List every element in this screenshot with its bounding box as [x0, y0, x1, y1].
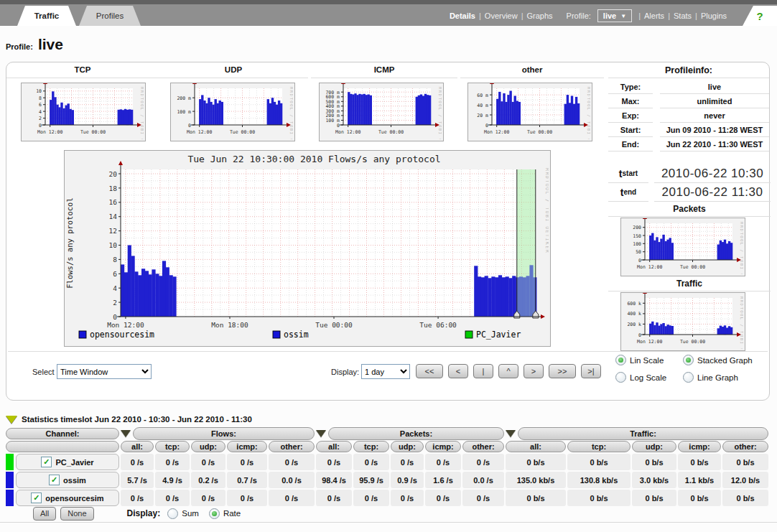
svg-text:Mon 12:00: Mon 12:00 — [637, 339, 662, 345]
collapse-arrow-icon[interactable] — [6, 416, 17, 424]
svg-text:Flows/s any protocol: Flows/s any protocol — [65, 197, 74, 288]
stat-value: 0 b/s — [506, 490, 566, 506]
profileinfo-label: Start: — [608, 123, 653, 137]
svg-text:20 m: 20 m — [477, 113, 488, 118]
svg-text:opensourcesim: opensourcesim — [90, 330, 154, 340]
all-button[interactable]: All — [33, 507, 56, 521]
svg-text:ossim: ossim — [284, 330, 309, 340]
nav-link-stats[interactable]: Stats — [674, 11, 692, 20]
svg-text:0: 0 — [638, 332, 641, 338]
svg-text:Tue 00:00: Tue 00:00 — [680, 339, 705, 345]
footer-divider — [0, 522, 777, 523]
udp-mini-graph[interactable]: 0100 m200 mMon 12:00Tue 00:00RRDTOOL / T… — [170, 83, 295, 141]
channel-checkbox[interactable]: ✓ — [41, 457, 52, 467]
display-range-select[interactable]: 1 day — [361, 364, 410, 379]
tend-label: tend — [608, 183, 648, 202]
svg-text:0: 0 — [638, 258, 641, 263]
graph-nav-button-1[interactable]: < — [448, 364, 468, 378]
svg-text:8: 8 — [113, 256, 117, 263]
group-header-label: Packets: — [328, 427, 504, 440]
channel-color-swatch — [6, 454, 14, 470]
graph-nav-buttons: <<<|^>>>>| — [416, 364, 601, 378]
graph-nav-button-6[interactable]: >| — [581, 364, 601, 378]
radio-graph-stacked-graph[interactable]: Stacked Graph — [683, 355, 753, 365]
separator: | — [668, 11, 670, 20]
graph-nav-button-5[interactable]: >> — [549, 364, 576, 378]
svg-text:10: 10 — [109, 241, 118, 249]
radio-icon — [167, 508, 178, 519]
stat-value: 0 /s — [353, 454, 389, 470]
profile-dropdown[interactable]: live ▼ — [597, 9, 632, 22]
tab-profiles[interactable]: Profiles — [79, 6, 141, 26]
radio-display-rate[interactable]: Rate — [209, 508, 241, 519]
sort-arrow-icon[interactable] — [506, 430, 516, 437]
tab-profiles-label: Profiles — [96, 11, 124, 20]
none-button[interactable]: None — [60, 507, 93, 521]
svg-text:Mon 12:00: Mon 12:00 — [335, 129, 360, 135]
radio-scale-lin-scale[interactable]: Lin Scale — [615, 355, 666, 365]
nfsen-page: Traffic Profiles Details|Overview|Graphs… — [0, 0, 777, 532]
profileinfo-value: never — [660, 108, 769, 123]
subcol-header-icmp: icmp: — [227, 441, 267, 452]
radio-icon — [683, 372, 694, 383]
stat-value: 1.1 kb/s — [678, 472, 721, 488]
sort-arrow-icon[interactable] — [121, 430, 131, 437]
channel-name: ossim — [63, 476, 86, 485]
radio-display-sum[interactable]: Sum — [167, 508, 199, 519]
tend-row: tend 2010-06-22 11:30 — [608, 183, 771, 202]
subcol-header-all: all: — [316, 441, 352, 452]
subcol-header-all: all: — [121, 441, 154, 452]
packets-mini-graph[interactable]: 050100150200Mon 12:00Tue 00:00RRDTOOL / … — [620, 218, 745, 276]
radio-icon — [209, 508, 220, 519]
nav-link-plugins[interactable]: Plugins — [701, 11, 727, 20]
stat-value: 95.9 /s — [353, 472, 389, 488]
icmp-mini-graph[interactable]: 0100 m200 m300 m400 m500 m600 m700 mMon … — [319, 83, 444, 141]
top-nav-bar: Traffic Profiles Details|Overview|Graphs… — [0, 0, 777, 26]
channel-checkbox[interactable]: ✓ — [31, 493, 42, 503]
traffic-mini-graph[interactable]: 0200 k400 k600 kMon 12:00Tue 00:00RRDTOO… — [620, 292, 745, 351]
stat-value: 0 /s — [462, 454, 504, 470]
graph-nav-button-2[interactable]: | — [473, 364, 493, 378]
graph-nav-button-0[interactable]: << — [416, 364, 443, 378]
stat-value: 0 b/s — [678, 490, 721, 506]
header-profileinfo: Profileinfo: — [608, 65, 769, 78]
other-mini-graph[interactable]: 020 m40 m60 mMon 12:00Tue 00:00RRDTOOL /… — [467, 83, 592, 141]
stat-value: 130.8 kb/s — [567, 472, 631, 488]
stat-value: 0 /s — [269, 454, 315, 470]
stat-value: 0.2 /s — [191, 472, 225, 488]
stat-value: 0 /s — [391, 490, 424, 506]
tcp-mini-graph[interactable]: 0246810Mon 12:00Tue 00:00RRDTOOL / TOBI … — [21, 83, 146, 141]
graph-nav-button-3[interactable]: ^ — [498, 364, 518, 378]
group-header-traffic: Traffic: — [506, 428, 768, 439]
nav-link-overview[interactable]: Overview — [485, 11, 518, 20]
svg-text:0: 0 — [485, 123, 488, 129]
svg-text:4: 4 — [39, 109, 42, 115]
channel-pill: ✓PC_Javier — [16, 454, 119, 470]
svg-text:10: 10 — [36, 88, 42, 94]
radio-scale-log-scale[interactable]: Log Scale — [615, 372, 666, 383]
subcol-header-all: all: — [506, 441, 566, 452]
svg-text:Tue 00:00: Tue 00:00 — [378, 129, 404, 135]
tstart-row: tstart 2010-06-22 10:30 — [608, 164, 771, 183]
graph-nav-button-4[interactable]: > — [524, 364, 544, 378]
nav-link-graphs[interactable]: Graphs — [527, 11, 553, 20]
help-button[interactable]: ? — [743, 6, 777, 26]
stat-value: 0.7 /s — [227, 472, 267, 488]
traffic-heading: Traffic — [608, 279, 771, 291]
radio-label: Lin Scale — [630, 356, 664, 365]
tab-traffic[interactable]: Traffic — [17, 6, 76, 26]
stat-value: 0 b/s — [632, 490, 676, 506]
time-window-select[interactable]: Time Window — [57, 364, 152, 379]
svg-text:400 k: 400 k — [627, 311, 641, 317]
svg-text:100: 100 — [633, 241, 641, 247]
nav-link-alerts[interactable]: Alerts — [644, 11, 664, 20]
stat-value: 0 b/s — [506, 454, 566, 470]
tstart-label: tstart — [608, 164, 648, 183]
svg-text:Mon 12:00: Mon 12:00 — [187, 129, 212, 135]
nav-link-details[interactable]: Details — [450, 11, 475, 20]
radio-graph-line-graph[interactable]: Line Graph — [683, 372, 753, 383]
svg-text:0: 0 — [188, 123, 191, 129]
sort-arrow-icon[interactable] — [316, 430, 326, 437]
main-flow-graph[interactable]: 02468101214161820Mon 12:00Mon 18:00Tue 0… — [64, 150, 551, 347]
channel-checkbox[interactable]: ✓ — [49, 475, 60, 485]
